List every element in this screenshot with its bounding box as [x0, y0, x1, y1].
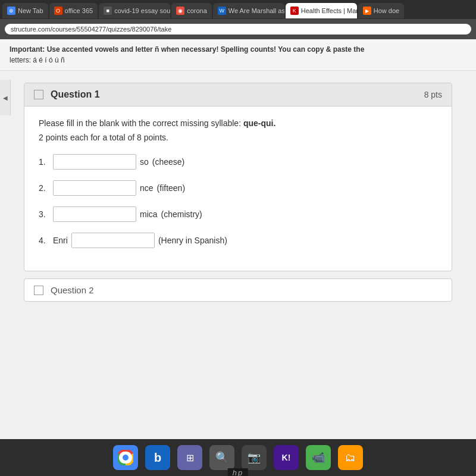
fill-input-1[interactable] — [53, 154, 136, 170]
item-2-hint: (fifteen) — [157, 183, 185, 193]
tab-covid-label: covid-19 essay sou... — [114, 7, 170, 14]
page-content: Important: Use accented vowels and lette… — [0, 39, 476, 439]
question-1-body: Please fill in the blank with the correc… — [24, 107, 452, 271]
taskbar-chrome[interactable] — [113, 445, 138, 470]
tab-office365-favicon: O — [54, 7, 62, 15]
browser-chrome: ⊕ New Tab O office 365 ■ covid-19 essay … — [0, 0, 476, 39]
tab-howdoe-favicon: ▶ — [363, 7, 371, 15]
item-1-suffix: so — [140, 157, 149, 167]
svg-point-1 — [123, 455, 129, 461]
question-1-header: Question 1 8 pts — [24, 83, 452, 107]
taskbar-search[interactable]: 🔍 — [209, 445, 234, 470]
tab-corona-favicon: ◉ — [176, 7, 184, 15]
question-2-checkbox[interactable] — [34, 286, 43, 295]
taskbar-camera-icon: 📷 — [248, 451, 261, 464]
tab-newtab[interactable]: ⊕ New Tab — [2, 3, 48, 18]
question-1-instruction: Please fill in the blank with the correc… — [39, 118, 437, 128]
item-3-hint: (chemistry) — [161, 209, 202, 219]
question-1-checkbox[interactable] — [34, 90, 43, 99]
fill-item-1: 1. so (cheese) — [39, 154, 437, 170]
question-1-title: Question 1 — [51, 89, 100, 100]
item-1-number: 1. — [39, 157, 49, 167]
taskbar-video-icon: 📹 — [312, 451, 325, 464]
taskbar-search-icon: 🔍 — [215, 451, 228, 464]
tab-covid-favicon: ■ — [104, 7, 112, 15]
syllable-highlight: que-qui. — [243, 118, 275, 128]
fill-item-2: 2. nce (fifteen) — [39, 180, 437, 196]
tab-marshall-favicon: W — [218, 7, 226, 15]
taskbar-teams-icon: ⊞ — [186, 452, 194, 464]
question-1-card: Question 1 8 pts Please fill in the blan… — [24, 83, 452, 271]
fill-item-4: 4. Enri (Henry in Spanish) — [39, 233, 437, 248]
tab-office365[interactable]: O office 365 — [49, 3, 98, 18]
main-content: Question 1 8 pts Please fill in the blan… — [0, 71, 476, 439]
tab-howdoe-label: How doe — [374, 7, 399, 14]
tab-healtheffects-favicon: K — [290, 7, 299, 15]
tab-howdoe[interactable]: ▶ How doe — [358, 3, 404, 18]
taskbar-camera[interactable]: 📷 — [242, 445, 267, 470]
tab-corona[interactable]: ◉ corona — [171, 3, 212, 18]
question-1-points: 8 pts — [424, 90, 442, 99]
sidebar-arrow[interactable]: ◀ — [0, 80, 11, 115]
item-3-suffix: mica — [140, 209, 158, 219]
tab-office365-label: office 365 — [65, 7, 93, 14]
item-2-number: 2. — [39, 183, 49, 193]
tab-healtheffects-label: Health Effects | Mar... — [301, 7, 357, 14]
question-2-preview: Question 2 — [24, 278, 452, 302]
item-2-suffix: nce — [140, 183, 154, 193]
notice-important: Important: Use accented vowels and lette… — [10, 45, 364, 54]
taskbar-kahoot-icon: K! — [282, 453, 291, 462]
taskbar-kahoot[interactable]: K! — [274, 445, 299, 470]
taskbar-video[interactable]: 📹 — [306, 445, 331, 470]
address-bar — [0, 19, 476, 39]
taskbar-book[interactable]: b — [145, 445, 170, 470]
question-2-title: Question 2 — [51, 285, 94, 295]
tab-newtab-favicon: ⊕ — [7, 7, 15, 15]
item-1-hint: (cheese) — [152, 157, 184, 167]
tab-newtab-label: New Tab — [18, 7, 43, 14]
notice-letters: letters: á é í ó ú ñ — [10, 56, 65, 64]
taskbar-files[interactable]: 🗂 — [338, 445, 363, 470]
notice-text: Important: Use accented vowels and lette… — [10, 45, 364, 54]
url-input[interactable] — [5, 24, 471, 35]
item-3-number: 3. — [39, 209, 49, 219]
hp-logo: hp — [228, 468, 248, 476]
tab-marshall[interactable]: W We Are Marshall as... — [213, 3, 284, 18]
tab-corona-label: corona — [187, 7, 207, 14]
question-1-sub: 2 points each for a total of 8 points. — [39, 133, 437, 142]
tab-healtheffects[interactable]: K Health Effects | Mar... — [286, 3, 357, 18]
tab-marshall-label: We Are Marshall as... — [228, 7, 284, 14]
fill-input-4[interactable] — [71, 233, 155, 248]
item-4-prefix: Enri — [53, 236, 68, 245]
taskbar-files-icon: 🗂 — [345, 452, 356, 464]
tab-bar: ⊕ New Tab O office 365 ■ covid-19 essay … — [0, 0, 476, 19]
taskbar-teams[interactable]: ⊞ — [177, 445, 202, 470]
item-4-number: 4. — [39, 236, 49, 245]
item-4-hint: (Henry in Spanish) — [158, 236, 227, 245]
tab-covid[interactable]: ■ covid-19 essay sou... — [99, 3, 170, 18]
fill-input-2[interactable] — [53, 180, 136, 196]
fill-item-3: 3. mica (chemistry) — [39, 206, 437, 222]
notice-bar: Important: Use accented vowels and lette… — [0, 39, 476, 71]
taskbar-book-icon: b — [154, 451, 161, 465]
fill-input-3[interactable] — [53, 206, 136, 222]
